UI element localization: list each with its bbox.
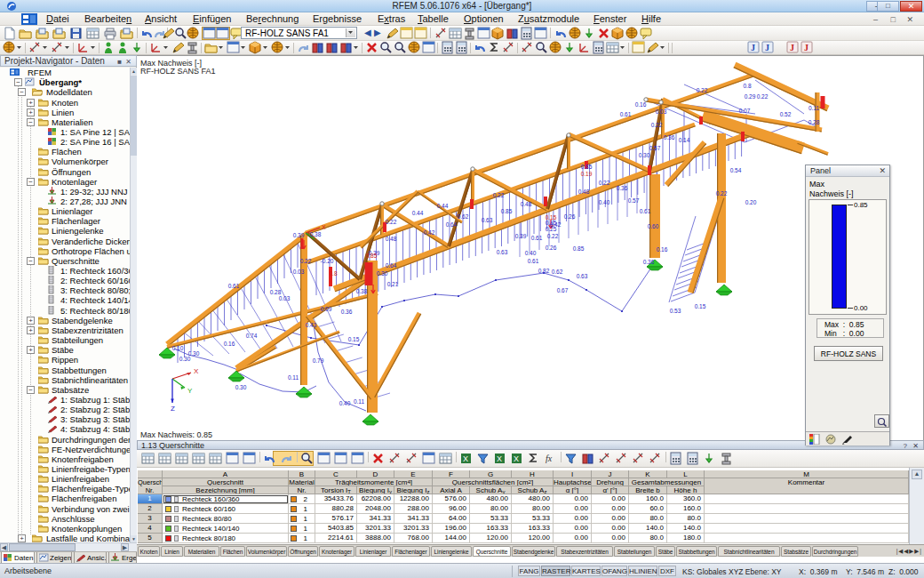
svg-text:0.63: 0.63 <box>497 249 508 255</box>
svg-text:0.62: 0.62 <box>552 269 563 275</box>
svg-text:0.42: 0.42 <box>424 229 435 236</box>
svg-text:X: X <box>322 224 326 230</box>
svg-text:0.11: 0.11 <box>288 374 299 381</box>
svg-text:0.39: 0.39 <box>515 233 527 239</box>
svg-text:0.43: 0.43 <box>306 322 317 328</box>
svg-text:0.40: 0.40 <box>599 199 610 205</box>
svg-text:0.25: 0.25 <box>546 226 557 232</box>
svg-text:0.22: 0.22 <box>386 219 397 225</box>
svg-text:0.16: 0.16 <box>657 246 668 253</box>
svg-text:Z: Z <box>171 405 175 413</box>
svg-text:0.36: 0.36 <box>341 309 353 315</box>
svg-text:0.30: 0.30 <box>377 270 388 277</box>
svg-text:0.22: 0.22 <box>716 190 728 197</box>
svg-text:Y: Y <box>187 387 193 395</box>
svg-text:0.61: 0.61 <box>228 283 240 289</box>
svg-text:0.36: 0.36 <box>617 185 628 191</box>
svg-text:0.61: 0.61 <box>531 235 543 241</box>
svg-text:0.22: 0.22 <box>651 122 663 128</box>
svg-text:0.40: 0.40 <box>525 250 537 256</box>
svg-text:0.28: 0.28 <box>270 289 282 295</box>
svg-text:0.8: 0.8 <box>329 270 337 277</box>
svg-text:0.38: 0.38 <box>356 288 368 294</box>
svg-text:0.15: 0.15 <box>348 336 360 342</box>
svg-text:0.67: 0.67 <box>557 287 569 293</box>
svg-text:0.07: 0.07 <box>739 108 751 114</box>
svg-text:0.44: 0.44 <box>412 210 424 216</box>
svg-text:0.03: 0.03 <box>279 295 291 301</box>
svg-text:0.48: 0.48 <box>521 201 532 207</box>
svg-text:0.63: 0.63 <box>577 273 588 279</box>
svg-text:0.11: 0.11 <box>354 398 365 405</box>
svg-text:0.36: 0.36 <box>643 259 655 265</box>
svg-text:0.29: 0.29 <box>745 93 756 100</box>
svg-text:0.22: 0.22 <box>599 180 610 186</box>
svg-text:0.36: 0.36 <box>664 134 675 140</box>
svg-text:0.22: 0.22 <box>757 93 769 100</box>
svg-text:0.57: 0.57 <box>649 145 661 151</box>
svg-text:0.63: 0.63 <box>482 217 493 223</box>
svg-text:0.22: 0.22 <box>547 233 559 239</box>
svg-text:0.62: 0.62 <box>458 213 469 220</box>
svg-text:0.82: 0.82 <box>538 268 550 274</box>
svg-text:0.53: 0.53 <box>670 308 681 314</box>
svg-text:0.85: 0.85 <box>573 245 585 252</box>
svg-text:0.03: 0.03 <box>293 269 305 275</box>
svg-text:0.15: 0.15 <box>695 303 706 309</box>
svg-text:0.16: 0.16 <box>224 341 235 347</box>
svg-text:0.10: 0.10 <box>172 345 184 351</box>
svg-text:0.26: 0.26 <box>546 245 557 251</box>
svg-text:0.61: 0.61 <box>528 258 539 264</box>
svg-text:0.61: 0.61 <box>620 111 632 117</box>
svg-text:0.48: 0.48 <box>386 236 397 242</box>
svg-text:0.14: 0.14 <box>679 137 690 143</box>
svg-text:X: X <box>194 367 199 375</box>
svg-text:0.52: 0.52 <box>780 111 792 117</box>
svg-text:0.79: 0.79 <box>313 357 324 364</box>
svg-text:0.03: 0.03 <box>656 108 667 115</box>
svg-text:0.44: 0.44 <box>437 203 449 209</box>
svg-text:0.30: 0.30 <box>639 152 650 158</box>
svg-text:0.15: 0.15 <box>546 214 557 221</box>
svg-text:0.21: 0.21 <box>387 281 399 287</box>
svg-text:0.74: 0.74 <box>246 333 258 339</box>
svg-text:0.30: 0.30 <box>179 356 191 362</box>
svg-text:0.22: 0.22 <box>493 192 505 198</box>
svg-text:0.22: 0.22 <box>697 87 708 93</box>
svg-text:0.20: 0.20 <box>745 199 757 205</box>
svg-text:0.38: 0.38 <box>310 231 322 237</box>
svg-text:0.54: 0.54 <box>730 167 742 173</box>
svg-text:0.40: 0.40 <box>339 400 351 406</box>
svg-text:0.85: 0.85 <box>366 253 378 259</box>
svg-text:0.85: 0.85 <box>581 164 593 170</box>
svg-text:0.61: 0.61 <box>640 208 651 214</box>
svg-text:0.30: 0.30 <box>235 384 247 390</box>
svg-text:0.48: 0.48 <box>578 189 590 195</box>
svg-text:0.16: 0.16 <box>635 101 647 108</box>
svg-text:-0.20: -0.20 <box>321 258 334 264</box>
svg-text:0.22: 0.22 <box>300 258 312 264</box>
svg-text:0.8: 0.8 <box>743 83 751 89</box>
svg-text:0.28: 0.28 <box>808 119 820 125</box>
svg-text:0.85: 0.85 <box>501 208 513 214</box>
svg-text:0.15: 0.15 <box>546 220 557 226</box>
svg-text:0.57: 0.57 <box>628 197 640 204</box>
svg-text:0.11: 0.11 <box>808 105 820 111</box>
svg-text:0.19: 0.19 <box>581 171 593 177</box>
svg-text:0.39: 0.39 <box>293 232 305 238</box>
svg-text:0.64: 0.64 <box>446 221 458 228</box>
svg-text:0.60: 0.60 <box>648 223 659 229</box>
svg-text:0.64: 0.64 <box>386 262 397 269</box>
svg-text:0.26: 0.26 <box>564 213 576 220</box>
svg-text:0.09: 0.09 <box>321 306 332 312</box>
